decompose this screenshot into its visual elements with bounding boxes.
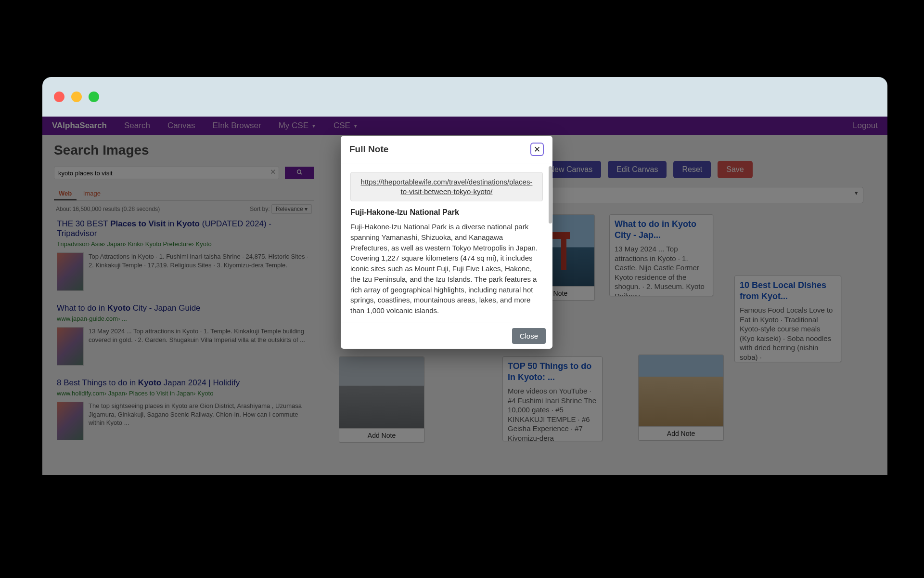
modal-title: Full Note: [349, 144, 388, 155]
note-heading: Fuji-Hakone-Izu National Park: [350, 208, 543, 217]
browser-window: VAlphaSearch Search Canvas EInk Browser …: [42, 77, 887, 475]
window-close-dot[interactable]: [54, 92, 64, 102]
full-note-modal: Full Note ✕ https://theportablewife.com/…: [341, 136, 552, 349]
window-titlebar: [42, 77, 887, 117]
note-url-box: https://theportablewife.com/travel/desti…: [350, 172, 543, 201]
app-content: VAlphaSearch Search Canvas EInk Browser …: [42, 117, 887, 475]
modal-body: https://theportablewife.com/travel/desti…: [341, 163, 552, 323]
window-max-dot[interactable]: [89, 92, 99, 102]
note-url-link[interactable]: https://theportablewife.com/travel/desti…: [361, 178, 533, 196]
modal-close-icon[interactable]: ✕: [530, 143, 544, 156]
modal-close-button[interactable]: Close: [512, 328, 546, 344]
modal-scrollbar[interactable]: [548, 163, 552, 323]
window-min-dot[interactable]: [71, 92, 82, 102]
window-controls: [54, 92, 99, 102]
note-paragraph: Fuji-Hakone-Izu National Park is a diver…: [350, 222, 543, 316]
